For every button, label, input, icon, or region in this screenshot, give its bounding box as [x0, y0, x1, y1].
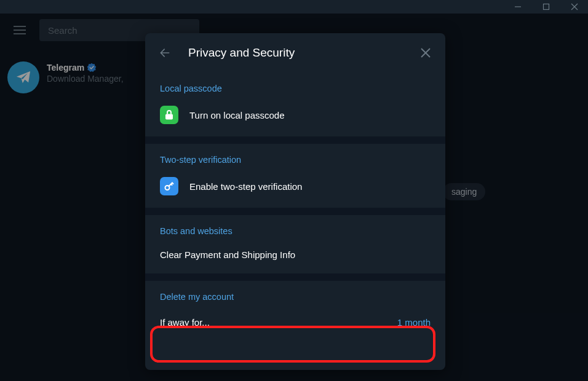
dialog-header: Privacy and Security [145, 33, 445, 73]
dialog-title: Privacy and Security [188, 46, 402, 60]
divider [145, 136, 445, 144]
row-label: If away for... [160, 317, 397, 328]
back-button[interactable] [155, 43, 175, 63]
row-if-away-for[interactable]: If away for... 1 month [145, 307, 445, 338]
minimize-button[interactable] [509, 0, 526, 14]
section-two-step: Two-step verification Enable two-step ve… [145, 144, 445, 208]
row-enable-two-step[interactable]: Enable two-step verification [145, 170, 445, 203]
section-title-bots: Bots and websites [145, 219, 445, 241]
close-button[interactable] [416, 43, 435, 63]
maximize-button[interactable] [538, 0, 555, 14]
section-bots: Bots and websites Clear Payment and Ship… [145, 215, 445, 273]
section-title-two-step: Two-step verification [145, 147, 445, 170]
divider [145, 273, 445, 281]
privacy-security-dialog: Privacy and Security Local passcode Turn… [145, 33, 445, 370]
section-title-delete: Delete my account [145, 285, 445, 307]
divider [145, 208, 445, 215]
row-turn-on-passcode[interactable]: Turn on local passcode [145, 98, 445, 132]
svg-rect-9 [165, 114, 173, 120]
key-icon [160, 177, 178, 195]
section-title-local-passcode: Local passcode [145, 76, 445, 98]
window-titlebar [0, 0, 588, 14]
section-delete-account: Delete my account If away for... 1 month [145, 281, 445, 343]
lock-icon [160, 106, 178, 124]
row-label: Enable two-step verification [189, 181, 431, 192]
svg-rect-1 [544, 4, 549, 10]
row-value: 1 month [397, 317, 431, 328]
section-local-passcode: Local passcode Turn on local passcode [145, 73, 445, 136]
close-window-button[interactable] [566, 0, 583, 14]
row-label: Turn on local passcode [189, 110, 431, 120]
row-clear-payment[interactable]: Clear Payment and Shipping Info [145, 241, 445, 269]
dialog-body: Local passcode Turn on local passcode Tw… [145, 73, 445, 343]
